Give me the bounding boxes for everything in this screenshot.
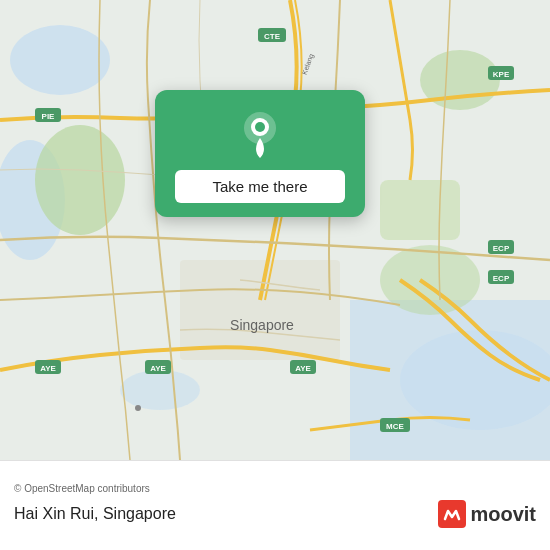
bottom-row: Hai Xin Rui, Singapore moovit: [14, 500, 536, 528]
svg-rect-8: [380, 180, 460, 240]
svg-text:KPE: KPE: [493, 70, 510, 79]
location-card[interactable]: Take me there: [155, 90, 365, 217]
svg-text:Singapore: Singapore: [230, 317, 294, 333]
take-me-there-button[interactable]: Take me there: [175, 170, 345, 203]
attribution: © OpenStreetMap contributors: [14, 483, 536, 494]
svg-text:AYE: AYE: [295, 364, 311, 373]
moovit-logo: moovit: [438, 500, 536, 528]
svg-point-33: [135, 405, 141, 411]
svg-text:ECP: ECP: [493, 274, 510, 283]
svg-point-6: [35, 125, 125, 235]
svg-text:ECP: ECP: [493, 244, 510, 253]
svg-text:AYE: AYE: [40, 364, 56, 373]
moovit-text: moovit: [470, 503, 536, 526]
location-name: Hai Xin Rui, Singapore: [14, 505, 176, 523]
svg-point-1: [10, 25, 110, 95]
svg-text:AYE: AYE: [150, 364, 166, 373]
svg-text:PIE: PIE: [42, 112, 56, 121]
moovit-icon: [438, 500, 466, 528]
location-pin-icon: [234, 108, 286, 160]
svg-text:CTE: CTE: [264, 32, 281, 41]
map-container[interactable]: CTE PIE PIE KPE ECP ECP AYE AYE AYE MCE …: [0, 0, 550, 460]
svg-point-5: [120, 370, 200, 410]
svg-point-36: [255, 122, 265, 132]
bottom-bar: © OpenStreetMap contributors Hai Xin Rui…: [0, 460, 550, 550]
svg-rect-10: [180, 260, 340, 360]
svg-text:MCE: MCE: [386, 422, 404, 431]
